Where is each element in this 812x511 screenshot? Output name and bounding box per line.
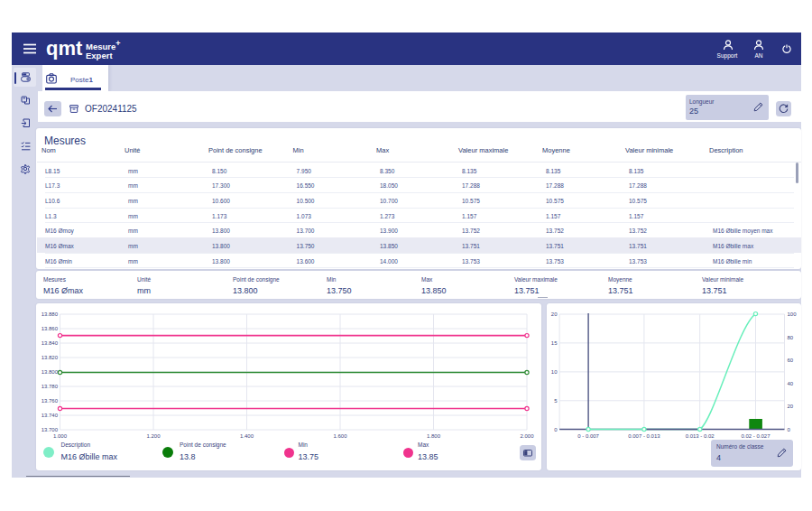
svg-text:13.700: 13.700 [42,427,59,432]
svg-text:5: 5 [554,398,558,404]
svg-text:13.780: 13.780 [42,384,59,389]
svg-text:0: 0 [787,427,790,432]
svg-text:13.740: 13.740 [42,413,59,418]
svg-text:1.200: 1.200 [146,433,161,439]
svg-text:1.800: 1.800 [427,433,441,439]
svg-text:1.000: 1.000 [53,433,68,439]
svg-text:0: 0 [554,427,558,432]
svg-text:0.013 - 0.02: 0.013 - 0.02 [685,433,715,439]
svg-text:0.02 - 0.027: 0.02 - 0.027 [741,433,770,439]
svg-text:0 - 0.007: 0 - 0.007 [577,433,599,439]
svg-text:13.760: 13.760 [42,398,59,404]
svg-text:10: 10 [550,369,557,375]
svg-text:20: 20 [787,404,793,409]
svg-text:13.840: 13.840 [42,340,59,346]
svg-text:13.880: 13.880 [42,311,59,317]
svg-text:13.800: 13.800 [42,369,59,375]
svg-text:60: 60 [787,358,793,363]
svg-text:1.600: 1.600 [333,433,347,439]
svg-text:13.820: 13.820 [42,355,59,360]
svg-text:100: 100 [787,311,797,317]
svg-text:40: 40 [787,381,793,386]
svg-text:2.000: 2.000 [520,433,534,439]
svg-text:20: 20 [550,311,557,317]
svg-text:1.400: 1.400 [240,433,254,439]
svg-text:15: 15 [550,340,557,346]
svg-text:80: 80 [787,335,793,340]
svg-text:0.007 - 0.013: 0.007 - 0.013 [628,433,660,439]
svg-text:13.860: 13.860 [42,326,59,331]
